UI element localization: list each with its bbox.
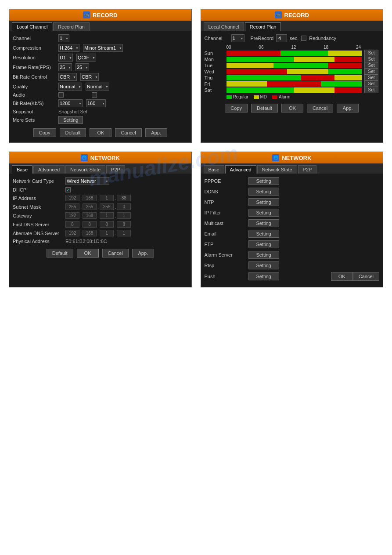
redundancy-checkbox[interactable] — [301, 36, 306, 41]
gw-dot-2: . — [97, 213, 99, 218]
schedule-mon: Mon Set — [205, 57, 380, 62]
gw-3[interactable] — [100, 212, 114, 219]
dns2-1[interactable] — [65, 230, 79, 236]
gw-2[interactable] — [83, 212, 97, 219]
subnet-2[interactable] — [83, 203, 97, 210]
plan-default-button[interactable]: Default — [251, 104, 278, 112]
subnet-row: Subnet Mask . . . — [13, 203, 188, 210]
compression-select-wrapper: H.264 — [58, 44, 79, 52]
subnet-dot-1: . — [80, 204, 82, 210]
res-main-select[interactable]: D1 — [58, 54, 73, 62]
tab-network-state-2[interactable]: Network State — [257, 165, 297, 174]
dns2-4[interactable] — [117, 230, 131, 236]
multicast-setting-button[interactable]: Setting — [248, 219, 279, 227]
dns2-3[interactable] — [100, 230, 114, 236]
tue-set-button[interactable]: Set — [364, 62, 378, 69]
gateway-row: Gateway . . . — [13, 212, 188, 219]
pppoe-setting-button[interactable]: Setting — [248, 177, 279, 185]
copy-button[interactable]: Copy — [33, 128, 56, 137]
mon-set-button[interactable]: Set — [364, 56, 378, 62]
plan-channel-select[interactable]: 1 — [231, 34, 245, 42]
tab-base[interactable]: Base — [12, 165, 32, 174]
setting-button[interactable]: Setting — [58, 116, 83, 124]
net-app-button[interactable]: App. — [132, 249, 154, 258]
fps-sub-select[interactable]: 25 — [76, 63, 89, 71]
bitrate-main-select[interactable]: 1280 — [58, 99, 83, 107]
fri-set-button[interactable]: Set — [364, 80, 378, 87]
bitrate-sub-select[interactable]: 160 — [86, 99, 106, 107]
tab-record-plan-active[interactable]: Record Plan — [245, 22, 281, 31]
ip-1[interactable] — [65, 195, 79, 201]
tab-local-channel[interactable]: Local Channel — [12, 22, 52, 31]
push-setting-button[interactable]: Setting — [248, 272, 279, 280]
card-type-select[interactable]: Wired Networ — [65, 177, 109, 185]
sun-set-button[interactable]: Set — [364, 50, 378, 56]
fps-main-select[interactable]: 25 — [58, 63, 72, 71]
dns1-1[interactable] — [65, 221, 79, 228]
dns2-dot-1: . — [80, 231, 82, 236]
subnet-3[interactable] — [100, 203, 114, 210]
prerecord-input[interactable] — [276, 34, 287, 42]
wed-set-button[interactable]: Set — [364, 68, 378, 75]
email-setting-button[interactable]: Setting — [248, 230, 279, 238]
plan-cancel-button[interactable]: Cancel — [307, 104, 333, 112]
sun-regular — [281, 51, 328, 56]
ok-button[interactable]: OK — [90, 128, 111, 137]
tab-advanced-active[interactable]: Advanced — [225, 165, 256, 174]
tab-base-adv[interactable]: Base — [204, 165, 224, 174]
dns1-3[interactable] — [100, 221, 114, 228]
ddns-setting-button[interactable]: Setting — [248, 188, 279, 196]
dhcp-checkbox[interactable] — [65, 187, 71, 192]
minor-stream-select[interactable]: Minor Stream1 — [83, 44, 123, 52]
dns2-dot-3: . — [115, 231, 116, 236]
subnet-1[interactable] — [65, 203, 79, 210]
dns2-2[interactable] — [83, 230, 97, 236]
plan-ok-button[interactable]: OK — [281, 104, 303, 112]
ftp-setting-button[interactable]: Setting — [248, 240, 279, 248]
physical-label: Physical Address — [13, 239, 65, 244]
quality-sub-select[interactable]: Normal — [86, 83, 109, 91]
channel-select[interactable]: 1 — [58, 34, 69, 42]
dns1-2[interactable] — [83, 221, 97, 228]
thu-set-button[interactable]: Set — [364, 74, 378, 81]
multicast-label: Multicast — [205, 221, 248, 226]
ipfilter-setting-button[interactable]: Setting — [248, 209, 279, 217]
cbr-sub-select[interactable]: CBR — [80, 73, 99, 81]
res-sub-select[interactable]: QCIF — [76, 54, 96, 62]
app-button[interactable]: App. — [145, 128, 167, 137]
ip-2[interactable] — [83, 195, 97, 201]
audio-checkbox-main[interactable] — [58, 92, 64, 98]
plan-copy-button[interactable]: Copy — [225, 104, 248, 112]
alarm-server-setting-button[interactable]: Setting — [248, 251, 279, 259]
tab-network-state-1[interactable]: Network State — [65, 165, 105, 174]
tab-local-channel-plan[interactable]: Local Channel — [204, 22, 244, 31]
rtsp-row: Rtsp Setting — [205, 261, 380, 269]
ip-3[interactable] — [100, 195, 114, 201]
tab-advanced-1[interactable]: Advanced — [33, 165, 65, 174]
audio-checkbox-sub[interactable] — [92, 92, 97, 98]
ntp-setting-button[interactable]: Setting — [248, 198, 279, 206]
dns1-4[interactable] — [117, 221, 131, 228]
net-default-button[interactable]: Default — [47, 249, 73, 258]
cbr-main-select[interactable]: CBR — [58, 73, 77, 81]
gw-4[interactable] — [117, 212, 131, 219]
rtsp-setting-button[interactable]: Setting — [248, 261, 279, 269]
adv-ok-button[interactable]: OK — [331, 272, 353, 281]
fps-main-wrapper: 25 — [58, 63, 72, 71]
tab-p2p-1[interactable]: P2P — [106, 165, 125, 174]
net-ok-button[interactable]: OK — [77, 249, 99, 258]
plan-app-button[interactable]: App. — [337, 104, 359, 112]
subnet-input-group: . . . — [65, 203, 131, 210]
compression-select[interactable]: H.264 — [58, 44, 79, 52]
subnet-4[interactable] — [117, 203, 131, 210]
ip-4[interactable] — [117, 195, 131, 201]
default-button[interactable]: Default — [60, 128, 86, 137]
adv-cancel-button[interactable]: Cancel — [353, 272, 379, 281]
gw-1[interactable] — [65, 212, 79, 219]
tab-record-plan[interactable]: Record Plan — [53, 22, 90, 31]
tab-p2p-2[interactable]: P2P — [298, 165, 317, 174]
cancel-button[interactable]: Cancel — [115, 128, 141, 137]
quality-main-select[interactable]: Normal — [58, 83, 82, 91]
net-cancel-button[interactable]: Cancel — [102, 249, 129, 258]
sat-set-button[interactable]: Set — [364, 87, 378, 93]
